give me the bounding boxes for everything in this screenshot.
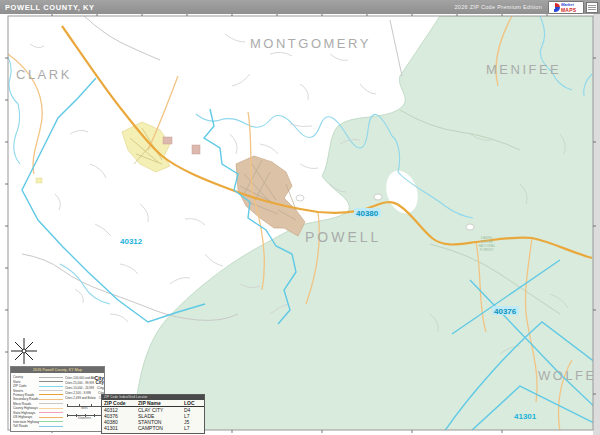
right-margin-strip [593, 14, 600, 435]
table-row: 41301 CAMPTON L7 [102, 425, 204, 431]
secondary-road-sample [39, 399, 63, 400]
map-document: { "header": { "title": "POWELL COUNTY, K… [0, 0, 600, 435]
zip-label-41301: 41301 [514, 412, 537, 421]
title-bar: POWELL COUNTY, KY 2026 ZIP Code Premium … [0, 0, 600, 14]
zip-label-40312: 40312 [120, 237, 143, 246]
minor-road-sample [39, 403, 63, 404]
county-label-montgomery: MONTGOMERY [250, 36, 371, 51]
legend-line-items: County State ZIP Code Streets Primary Ro… [13, 375, 63, 428]
map-legend: 2026 Powell County, KY Map County State … [10, 366, 105, 432]
small-settlement-2 [192, 145, 200, 154]
city-class: Cities 2,500 - 9,999City [65, 390, 104, 395]
zip-table-header: ZIP Code ZIP Name LOC [102, 400, 204, 407]
logo-side-tag [586, 2, 598, 13]
county-label-powell: POWELL [305, 229, 381, 245]
county-line-sample [39, 377, 63, 378]
small-settlement-3 [36, 178, 42, 183]
county-label-clark: CLARK [16, 67, 72, 82]
marketmaps-logo: Market MAPS [548, 1, 584, 14]
legend-item: Toll Roads [13, 424, 63, 428]
edition-label: 2026 ZIP Code Premium Edition [455, 4, 542, 10]
table-row: 40380 STANTON J5 [102, 419, 204, 425]
scale-bar-kilometers: Kilometers [65, 412, 104, 419]
county-hwy-sample [39, 408, 63, 409]
zip-index-table: ZIP Code Index/Grid Locator ZIP Code ZIP… [101, 394, 205, 434]
city-class: Cities 10,000 - 24,999City [65, 385, 104, 390]
us-hwy-sample [39, 417, 63, 418]
zip-label-40380: 40380 [356, 209, 379, 218]
forest-label: DANIEL BOONE NATIONAL FOREST [478, 236, 495, 252]
state-line-sample [39, 381, 63, 382]
legend-body: County State ZIP Code Streets Primary Ro… [11, 373, 104, 431]
small-settlement-1 [163, 137, 172, 144]
county-label-wolfe: WOLFE [538, 368, 597, 383]
table-row: 40376 SLADE L7 [102, 413, 204, 419]
zip-line-sample [39, 386, 63, 387]
primary-road-sample [39, 394, 63, 395]
scale-bar-miles: Miles [65, 403, 104, 410]
svg-text:FOREST: FOREST [480, 248, 494, 252]
map-title: POWELL COUNTY, KY [0, 3, 95, 12]
state-hwy-sample [39, 412, 63, 413]
county-label-menifee: MENIFEE [486, 62, 561, 77]
toll-road-sample [39, 426, 63, 427]
zip-label-40376: 40376 [494, 307, 517, 316]
interstate-sample [39, 421, 63, 422]
street-line-sample [39, 390, 63, 391]
logo-brand-bottom: MAPS [561, 7, 576, 13]
city-class: Cities 2,499 and BelowCity [65, 395, 104, 400]
table-row: 40312 CLAY CITY D4 [102, 407, 204, 413]
logo-swoosh-icon [550, 3, 560, 12]
legend-city-classes: Cities 100,000 and AboveCity Cities 25,0… [65, 375, 104, 419]
